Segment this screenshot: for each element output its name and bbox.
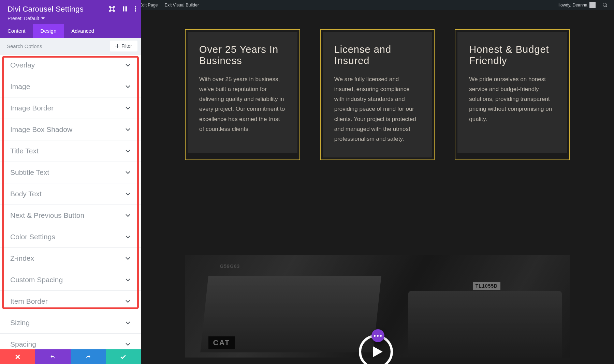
option-label: Image Border (10, 104, 54, 112)
option-image-border[interactable]: Image Border (0, 97, 141, 119)
search-options-input[interactable] (0, 39, 106, 54)
card-title: License and Insured (334, 44, 421, 67)
chevron-down-icon (125, 299, 131, 304)
tab-design[interactable]: Design (33, 24, 64, 38)
option-color-settings[interactable]: Color Settings (0, 226, 141, 248)
option-title-text[interactable]: Title Text (0, 140, 141, 162)
exit-vb-text: Exit Visual Builder (165, 3, 199, 7)
hero-label: G59G63 (220, 263, 240, 269)
option-next-prev-button[interactable]: Next & Previous Button (0, 205, 141, 226)
redo-button[interactable] (71, 349, 106, 364)
cancel-button[interactable] (0, 349, 35, 364)
search-toggle[interactable] (599, 0, 611, 10)
svg-rect-1 (126, 6, 127, 12)
more-menu-icon[interactable] (134, 5, 136, 12)
card-body: We are fully licensed and insured, ensur… (334, 74, 421, 144)
search-row: Filter (0, 38, 141, 55)
responsive-icon[interactable] (108, 5, 115, 12)
sidebar-header: Divi Carousel Settings Preset: Default (0, 0, 141, 24)
chevron-down-icon (125, 234, 131, 240)
chevron-down-icon (125, 191, 131, 197)
option-label: Color Settings (10, 233, 55, 241)
option-label: Image (10, 82, 30, 91)
option-subtitle-text[interactable]: Subtitle Text (0, 162, 141, 183)
chevron-down-icon (125, 256, 131, 261)
tab-content[interactable]: Content (0, 24, 33, 38)
card-body: With over 25 years in business, we've bu… (199, 74, 286, 134)
option-label: Title Text (10, 147, 39, 155)
user-avatar (589, 2, 596, 8)
option-label: Body Text (10, 190, 42, 198)
option-overlay[interactable]: Overlay (0, 55, 141, 76)
chevron-down-icon (125, 84, 131, 89)
option-z-index[interactable]: Z-index (0, 248, 141, 269)
edit-page-text: Edit Page (139, 3, 158, 7)
card-title: Over 25 Years In Business (199, 44, 286, 67)
chevron-down-icon (125, 127, 131, 132)
option-label: Custom Spacing (10, 276, 63, 284)
play-button-group (359, 328, 396, 364)
chevron-down-icon (125, 148, 131, 154)
option-label: Overlay (10, 61, 35, 69)
option-label: Item Border (10, 297, 48, 305)
howdy-user[interactable]: Howdy, Deanna (554, 0, 599, 10)
option-label: Image Box Shadow (10, 125, 72, 134)
sidebar-footer (0, 349, 141, 364)
divi-module-menu-button[interactable] (371, 329, 384, 342)
sidebar-tabs: Content Design Advanced (0, 24, 141, 38)
chevron-down-icon (125, 320, 131, 325)
option-body-text[interactable]: Body Text (0, 183, 141, 205)
hero-label: TL1055D (473, 282, 500, 290)
option-item-border[interactable]: Item Border (0, 291, 141, 312)
option-spacing[interactable]: Spacing (0, 334, 141, 349)
filter-label: Filter (121, 43, 132, 49)
chevron-down-icon (125, 170, 131, 175)
chevron-down-icon (125, 105, 131, 111)
feature-card[interactable]: Honest & Budget Friendly We pride oursel… (455, 29, 570, 160)
play-icon (370, 345, 384, 359)
close-icon (15, 354, 21, 360)
exit-visual-builder[interactable]: Exit Visual Builder (161, 0, 203, 10)
feature-card[interactable]: Over 25 Years In Business With over 25 y… (185, 29, 300, 160)
card-title: Honest & Budget Friendly (469, 44, 556, 67)
check-icon (120, 354, 126, 360)
option-label: Subtitle Text (10, 168, 49, 177)
search-icon (602, 2, 608, 8)
preset-label: Preset: Default (8, 16, 39, 21)
options-list[interactable]: Overlay Image Image Border Image Box Sha… (0, 55, 141, 349)
caret-down-icon (41, 17, 45, 20)
option-label: Sizing (10, 319, 30, 327)
page-preview: Over 25 Years In Business With over 25 y… (141, 10, 614, 364)
feature-cards-row: Over 25 Years In Business With over 25 y… (185, 29, 570, 160)
option-label: Spacing (10, 340, 36, 348)
tab-advanced[interactable]: Advanced (64, 24, 102, 38)
preset-dropdown[interactable]: Preset: Default (8, 16, 133, 21)
option-label: Z-index (10, 254, 34, 262)
undo-icon (50, 354, 56, 360)
howdy-text: Howdy, Deanna (557, 3, 587, 7)
filter-button[interactable]: Filter (110, 41, 137, 51)
plus-small-icon (115, 44, 119, 48)
chevron-down-icon (125, 62, 131, 68)
option-sizing[interactable]: Sizing (0, 312, 141, 334)
option-custom-spacing[interactable]: Custom Spacing (0, 269, 141, 291)
option-image-box-shadow[interactable]: Image Box Shadow (0, 119, 141, 140)
chevron-down-icon (125, 213, 131, 218)
divi-settings-sidebar: Divi Carousel Settings Preset: Default C… (0, 0, 141, 364)
snap-icon[interactable] (121, 5, 128, 12)
save-button[interactable] (106, 349, 141, 364)
chevron-down-icon (125, 277, 131, 283)
option-image[interactable]: Image (0, 76, 141, 97)
undo-button[interactable] (35, 349, 70, 364)
svg-rect-0 (123, 6, 124, 12)
card-body: We pride ourselves on honest service and… (469, 74, 556, 124)
hero-label: CAT (492, 294, 512, 304)
feature-card[interactable]: License and Insured We are fully license… (320, 29, 435, 160)
hero-label: CAT (208, 336, 235, 349)
redo-icon (85, 354, 91, 360)
option-label: Next & Previous Button (10, 211, 84, 219)
chevron-down-icon (125, 342, 131, 347)
